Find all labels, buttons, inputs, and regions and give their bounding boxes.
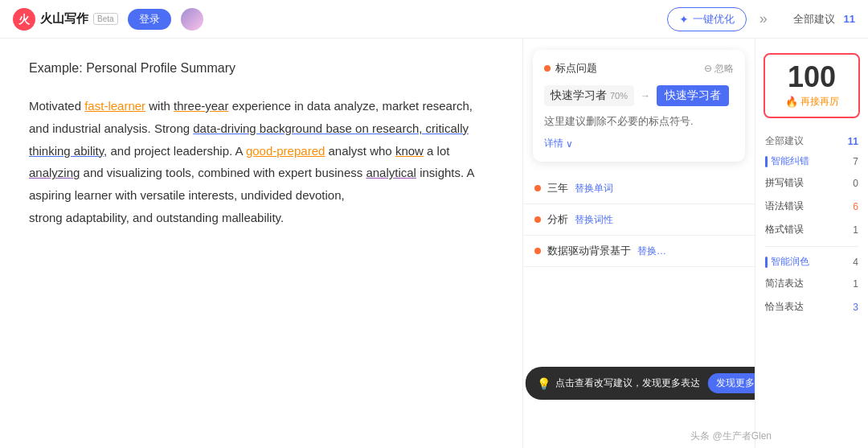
card-desc: 这里建议删除不必要的标点符号. — [544, 114, 734, 129]
suggestions-count: 11 — [844, 13, 855, 25]
logo-area: 火 火山写作 Beta — [13, 8, 118, 31]
format-label: 格式错误 — [765, 223, 804, 236]
spelling-label: 拼写错误 — [765, 176, 804, 190]
spelling-count: 0 — [853, 178, 858, 189]
dot-1 — [534, 185, 541, 191]
word-options: 快速学习者 70% → 快速学习者 — [544, 85, 734, 106]
dot-2 — [534, 216, 541, 223]
section1-count: 7 — [853, 156, 858, 167]
ignore-label: 忽略 — [714, 62, 734, 76]
item-2-label: 分析 — [547, 212, 568, 227]
grammar-label: 语法错误 — [765, 199, 804, 213]
card-header: 标点问题 ⊖ 忽略 — [544, 61, 734, 76]
right-item-grammar[interactable]: 语法错误 6 — [755, 195, 868, 218]
dot-3 — [534, 248, 541, 254]
chevron-down-icon: ∨ — [566, 138, 573, 150]
bulb-icon: 💡 — [537, 377, 551, 390]
detail-button[interactable]: 详情 ∨ — [544, 137, 573, 150]
all-suggestions-title: 全部建议 11 — [755, 131, 868, 151]
text-analytical: analytical — [366, 166, 416, 179]
text-analyst: analyst who — [325, 144, 395, 158]
doc-title: Example: Personal Profile Summary — [29, 61, 493, 76]
right-item-concise[interactable]: 简洁表达 1 — [755, 272, 868, 295]
section-bar-line-2 — [765, 257, 768, 268]
tooltip-bar: 💡 点击查看改写建议，发现更多表达 发现更多表达 2 — [526, 367, 755, 400]
text-good-prepared: good-prepared — [246, 144, 325, 158]
all-suggestions-count: 11 — [848, 136, 858, 147]
logo-text: 火山写作 — [40, 11, 88, 27]
card-type-label: 标点问题 — [555, 61, 597, 76]
text-and-viz: and visualizing tools, combined with exp… — [80, 166, 366, 179]
divider — [765, 246, 858, 247]
doc-content: Motivated fast-learner with three-year e… — [29, 95, 493, 229]
score-box: 100 🔥 再接再厉 — [764, 53, 860, 118]
more-button[interactable]: » — [756, 10, 771, 27]
concise-label: 简洁表达 — [765, 277, 804, 290]
score-number: 100 — [773, 63, 850, 92]
suggestion-item-2[interactable]: 分析 替换词性 — [523, 204, 755, 236]
section2-bar: 智能润色 4 — [755, 252, 868, 272]
svg-text:火: 火 — [18, 13, 31, 26]
suggestions-label: 全部建议 11 — [793, 12, 855, 27]
word-suggest[interactable]: 快速学习者 — [657, 85, 729, 106]
all-suggestions-label: 全部建议 — [765, 134, 804, 148]
main-layout: Example: Personal Profile Summary Motiva… — [0, 39, 868, 448]
format-count: 1 — [853, 224, 858, 236]
text-three-year: three-year — [174, 99, 228, 113]
beta-badge: Beta — [93, 13, 118, 25]
appropriate-label: 恰当表达 — [765, 300, 804, 314]
card-type: 标点问题 — [544, 61, 597, 76]
right-item-format[interactable]: 格式错误 1 — [755, 218, 868, 241]
avatar-button[interactable] — [181, 8, 203, 31]
text-motivated: Motivated — [29, 99, 84, 113]
item-1-type[interactable]: 替换单词 — [575, 182, 613, 195]
original-word-text: 快速学习者 — [551, 88, 607, 103]
score-sub: 🔥 再接再厉 — [773, 95, 850, 109]
suggestion-item-1[interactable]: 三年 替换单词 — [523, 173, 755, 204]
item-2-type[interactable]: 替换词性 — [575, 213, 613, 227]
tooltip-text: 点击查看改写建议，发现更多表达 — [555, 376, 700, 390]
word-score: 70% — [610, 91, 628, 101]
item-3-label: 数据驱动背景基于 — [547, 244, 631, 258]
suggestion-card: 标点问题 ⊖ 忽略 快速学习者 70% → 快速学习者 这里建议删除不必要的标点… — [533, 50, 745, 162]
item-1-label: 三年 — [547, 181, 568, 195]
text-with: with — [145, 99, 174, 113]
grammar-count: 6 — [853, 201, 858, 212]
discover-button[interactable]: 发现更多表达 2 — [708, 373, 755, 393]
header: 火 火山写作 Beta 登录 ✦ 一键优化 » 全部建议 11 — [0, 0, 868, 39]
right-item-appropriate[interactable]: 恰当表达 3 — [755, 295, 868, 319]
item-3-type[interactable]: 替换… — [637, 245, 666, 258]
right-item-spelling[interactable]: 拼写错误 0 — [755, 171, 868, 195]
login-button[interactable]: 登录 — [128, 9, 171, 30]
section-bar-line — [765, 156, 768, 167]
appropriate-count: 3 — [853, 302, 858, 313]
section1-bar: 智能纠错 7 — [755, 151, 868, 171]
concise-count: 1 — [853, 278, 858, 290]
arrow-icon: → — [641, 90, 650, 101]
ignore-button[interactable]: ⊖ 忽略 — [704, 62, 734, 76]
logo-icon: 火 — [13, 8, 35, 31]
text-know: know — [395, 144, 424, 158]
fire-icon: 🔥 — [785, 96, 798, 108]
score-sub-label: 再接再厉 — [800, 95, 839, 109]
section1-label: 智能纠错 — [771, 154, 809, 168]
detail-label: 详情 — [544, 137, 563, 150]
middle-panel: 标点问题 ⊖ 忽略 快速学习者 70% → 快速学习者 这里建议删除不必要的标点… — [522, 39, 755, 448]
watermark: 头条 @生产者Glen — [690, 430, 772, 443]
ignore-icon: ⊖ — [704, 63, 712, 74]
dot-orange — [544, 65, 551, 72]
suggestion-item-3[interactable]: 数据驱动背景基于 替换… — [523, 236, 755, 267]
text-a-lot: a lot — [424, 144, 450, 158]
text-fast-learner: fast-learner — [84, 99, 145, 113]
star-icon: ✦ — [679, 13, 689, 26]
section2-count: 4 — [853, 257, 858, 268]
optimize-button[interactable]: ✦ 一键优化 — [667, 7, 747, 31]
optimize-label: 一键优化 — [693, 12, 735, 27]
editor-area[interactable]: Example: Personal Profile Summary Motiva… — [0, 39, 522, 448]
text-analyzing: analyzing — [29, 166, 80, 179]
word-original: 快速学习者 70% — [544, 85, 634, 106]
right-panel: 100 🔥 再接再厉 全部建议 11 智能纠错 7 拼写错误 0 语法错误 6 … — [755, 39, 868, 448]
section2-label: 智能润色 — [771, 255, 809, 269]
text-and-project: , and project leadership. A — [104, 144, 246, 158]
discover-label: 发现更多表达 — [716, 376, 755, 390]
